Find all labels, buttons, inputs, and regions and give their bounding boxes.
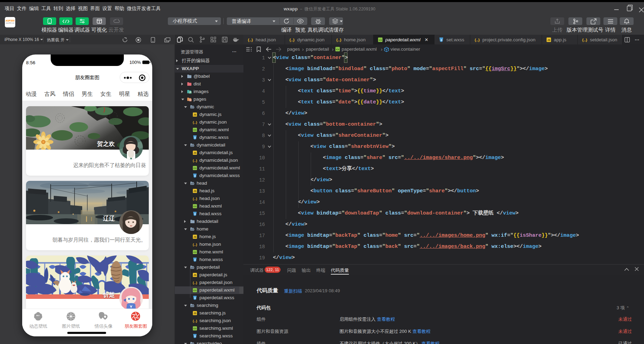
svg-text:<>: <> [336, 48, 340, 51]
svg-text:JS: JS [194, 152, 197, 154]
svg-text:<>: <> [194, 128, 197, 132]
svg-text:JS: JS [194, 190, 197, 192]
svg-text:{..}: {..} [192, 159, 197, 162]
svg-text:{..}: {..} [475, 37, 480, 42]
svg-text:JS: JS [194, 236, 197, 238]
svg-text:3: 3 [194, 297, 196, 299]
svg-text:3: 3 [440, 38, 442, 41]
svg-text:3: 3 [194, 335, 196, 337]
svg-text:<>: <> [194, 327, 197, 330]
svg-text:{..}: {..} [192, 319, 197, 323]
svg-text:{..}: {..} [248, 37, 253, 42]
svg-text:{..}: {..} [192, 197, 197, 201]
svg-text:JS: JS [547, 38, 550, 41]
svg-text:3: 3 [194, 259, 196, 261]
svg-text:{..}: {..} [192, 243, 197, 246]
svg-text:JS: JS [194, 274, 197, 276]
svg-text:3: 3 [194, 175, 196, 177]
svg-text:<>: <> [194, 205, 197, 208]
svg-text:{..}: {..} [192, 120, 197, 124]
svg-text:<>: <> [194, 167, 197, 170]
svg-text:3: 3 [194, 136, 196, 139]
svg-text:{..}: {..} [290, 37, 295, 42]
svg-text:3: 3 [194, 213, 196, 215]
svg-text:JS: JS [194, 114, 197, 116]
svg-text:<>: <> [194, 251, 197, 254]
svg-text:<>: <> [379, 38, 382, 41]
svg-text:{..}: {..} [192, 281, 197, 285]
svg-text:<>: <> [194, 289, 197, 292]
svg-text:{..}: {..} [582, 37, 587, 42]
svg-text:{..}: {..} [336, 37, 342, 42]
svg-text:JS: JS [194, 312, 197, 314]
